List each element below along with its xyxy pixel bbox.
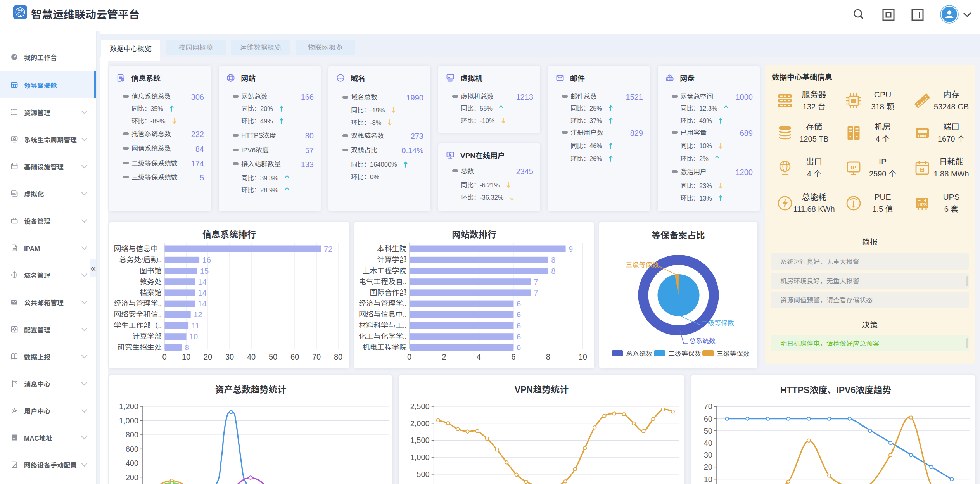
svg-text:8: 8 xyxy=(185,343,189,352)
svg-text:0: 0 xyxy=(407,353,411,361)
svg-text:6: 6 xyxy=(517,343,521,352)
svg-text:总务处/后勤..: 总务处/后勤.. xyxy=(119,254,162,264)
svg-text:70: 70 xyxy=(704,402,712,411)
svg-text:网络与信息中..: 网络与信息中.. xyxy=(359,308,407,319)
svg-text:20: 20 xyxy=(704,463,712,471)
svg-text:www: www xyxy=(337,76,344,80)
svg-text:网络与信息中..: 网络与信息中.. xyxy=(114,243,162,253)
svg-text:8: 8 xyxy=(551,256,555,264)
svg-text:机电工程学院: 机电工程学院 xyxy=(362,341,406,352)
svg-text:40: 40 xyxy=(704,439,712,447)
svg-text:6: 6 xyxy=(517,332,521,341)
svg-text:电气工程及自..: 电气工程及自.. xyxy=(359,276,407,286)
svg-text:材料科学与工..: 材料科学与工.. xyxy=(359,320,407,330)
svg-text:经济与管理学..: 经济与管理学.. xyxy=(114,297,162,308)
svg-text:2,500: 2,500 xyxy=(410,402,430,411)
svg-text:6: 6 xyxy=(517,322,521,330)
svg-text:国际合作部: 国际合作部 xyxy=(370,287,406,297)
svg-text:1,000: 1,000 xyxy=(119,417,138,425)
svg-text:600: 600 xyxy=(126,445,138,453)
svg-text:10: 10 xyxy=(704,475,712,484)
svg-text:图书馆: 图书馆 xyxy=(140,265,162,275)
svg-text:50: 50 xyxy=(704,427,712,435)
svg-text:200: 200 xyxy=(126,473,138,482)
svg-text:7: 7 xyxy=(534,278,538,286)
svg-text:40: 40 xyxy=(247,353,256,361)
svg-text:6: 6 xyxy=(511,353,515,361)
svg-text:8: 8 xyxy=(546,353,550,361)
svg-text:化工与化学学..: 化工与化学学.. xyxy=(359,330,407,341)
svg-text:800: 800 xyxy=(126,430,138,439)
svg-text:教务处: 教务处 xyxy=(140,276,162,286)
svg-text:计算学部: 计算学部 xyxy=(377,254,406,264)
svg-text:14: 14 xyxy=(198,299,206,308)
svg-text:档案馆: 档案馆 xyxy=(140,287,162,297)
svg-text:80: 80 xyxy=(334,353,342,361)
svg-text:2: 2 xyxy=(442,353,446,361)
svg-text:9: 9 xyxy=(569,245,573,253)
svg-text:60: 60 xyxy=(704,415,712,423)
svg-text:500: 500 xyxy=(417,470,429,479)
svg-text:0: 0 xyxy=(162,353,166,361)
svg-text:1,200: 1,200 xyxy=(119,402,138,411)
svg-text:10: 10 xyxy=(182,353,190,361)
svg-text:60: 60 xyxy=(290,353,299,361)
svg-text:土木工程学院: 土木工程学院 xyxy=(362,265,406,275)
svg-text:14: 14 xyxy=(198,289,206,297)
svg-text:UPS: UPS xyxy=(918,202,927,207)
svg-text:400: 400 xyxy=(126,459,138,467)
svg-text:IP: IP xyxy=(851,164,856,171)
svg-text:本科生院: 本科生院 xyxy=(377,243,406,253)
svg-text:16: 16 xyxy=(202,256,211,264)
svg-text:8: 8 xyxy=(551,267,555,275)
svg-text:2,000: 2,000 xyxy=(410,419,430,428)
svg-text:网络安全和信..: 网络安全和信.. xyxy=(114,308,162,319)
svg-text:30: 30 xyxy=(704,451,712,459)
svg-text:70: 70 xyxy=(312,353,321,361)
svg-text:10: 10 xyxy=(189,332,198,341)
svg-text:72: 72 xyxy=(324,245,332,253)
svg-text:6: 6 xyxy=(517,310,521,319)
svg-text:1,500: 1,500 xyxy=(410,436,430,444)
svg-text:11: 11 xyxy=(192,322,200,330)
svg-text:14: 14 xyxy=(198,278,206,286)
svg-text:15: 15 xyxy=(200,267,209,275)
svg-text:经济与管理学..: 经济与管理学.. xyxy=(359,297,407,308)
svg-text:7: 7 xyxy=(534,289,538,297)
svg-text:学生工作部（..: 学生工作部（.. xyxy=(114,320,162,330)
svg-text:4: 4 xyxy=(477,353,481,361)
svg-text:1,000: 1,000 xyxy=(410,453,430,462)
svg-text:日: 日 xyxy=(920,166,925,173)
svg-text:研究生招生处: 研究生招生处 xyxy=(118,341,162,352)
svg-text:6: 6 xyxy=(517,299,521,308)
svg-text:10: 10 xyxy=(579,353,587,361)
svg-text:50: 50 xyxy=(269,353,277,361)
svg-text:计算学部: 计算学部 xyxy=(132,330,162,341)
svg-text:12: 12 xyxy=(194,310,202,319)
svg-text:20: 20 xyxy=(204,353,212,361)
svg-text:30: 30 xyxy=(225,353,234,361)
